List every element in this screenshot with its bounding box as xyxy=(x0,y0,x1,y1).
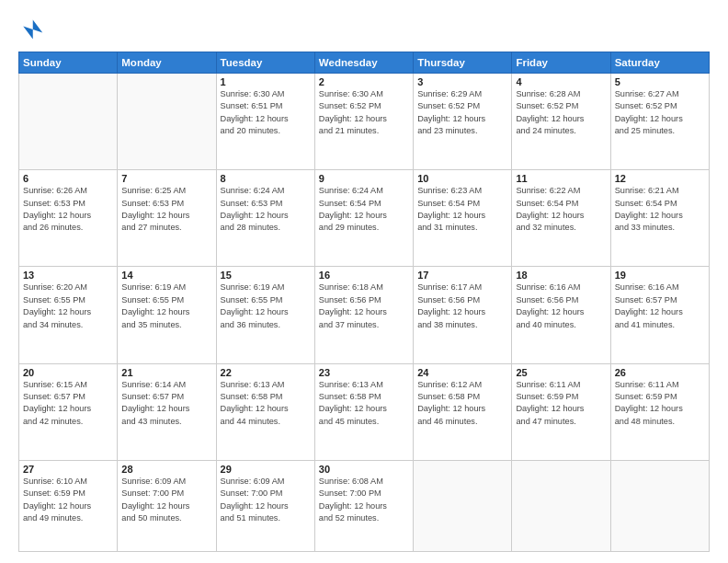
sun-info: Sunrise: 6:22 AMSunset: 6:54 PMDaylight:… xyxy=(516,185,606,234)
sun-info: Sunrise: 6:28 AMSunset: 6:52 PMDaylight:… xyxy=(516,88,606,137)
sun-info: Sunrise: 6:12 AMSunset: 6:58 PMDaylight:… xyxy=(417,379,507,428)
day-number: 10 xyxy=(417,173,507,184)
calendar-cell: 7Sunrise: 6:25 AMSunset: 6:53 PMDaylight… xyxy=(118,170,216,267)
calendar-cell: 21Sunrise: 6:14 AMSunset: 6:57 PMDayligh… xyxy=(118,363,216,460)
sun-info: Sunrise: 6:29 AMSunset: 6:52 PMDaylight:… xyxy=(417,88,507,137)
day-number: 16 xyxy=(319,270,409,281)
sun-info: Sunrise: 6:16 AMSunset: 6:57 PMDaylight:… xyxy=(615,282,705,330)
calendar-cell: 12Sunrise: 6:21 AMSunset: 6:54 PMDayligh… xyxy=(610,170,709,267)
day-number: 20 xyxy=(23,367,113,378)
calendar-cell: 23Sunrise: 6:13 AMSunset: 6:58 PMDayligh… xyxy=(314,363,413,460)
calendar-cell: 1Sunrise: 6:30 AMSunset: 6:51 PMDaylight… xyxy=(216,74,314,170)
calendar-cell xyxy=(414,460,512,551)
sun-info: Sunrise: 6:17 AMSunset: 6:56 PMDaylight:… xyxy=(417,282,507,330)
sun-info: Sunrise: 6:11 AMSunset: 6:59 PMDaylight:… xyxy=(516,379,606,428)
calendar-cell: 17Sunrise: 6:17 AMSunset: 6:56 PMDayligh… xyxy=(414,267,512,363)
sun-info: Sunrise: 6:08 AMSunset: 7:00 PMDaylight:… xyxy=(319,476,409,524)
calendar-cell: 2Sunrise: 6:30 AMSunset: 6:52 PMDaylight… xyxy=(314,74,413,170)
day-number: 22 xyxy=(221,367,311,378)
calendar-cell xyxy=(512,460,610,551)
day-number: 3 xyxy=(417,76,507,87)
calendar-week-row: 20Sunrise: 6:15 AMSunset: 6:57 PMDayligh… xyxy=(19,363,710,460)
sun-info: Sunrise: 6:15 AMSunset: 6:57 PMDaylight:… xyxy=(23,379,113,428)
day-number: 28 xyxy=(121,464,211,475)
calendar-cell: 29Sunrise: 6:09 AMSunset: 7:00 PMDayligh… xyxy=(216,460,314,551)
day-number: 17 xyxy=(417,270,507,281)
calendar-cell: 8Sunrise: 6:24 AMSunset: 6:53 PMDaylight… xyxy=(216,170,314,267)
day-number: 1 xyxy=(221,76,311,87)
calendar-header-saturday: Saturday xyxy=(610,52,709,74)
calendar-week-row: 27Sunrise: 6:10 AMSunset: 6:59 PMDayligh… xyxy=(19,460,710,551)
calendar-header-thursday: Thursday xyxy=(414,52,512,74)
day-number: 4 xyxy=(516,76,606,87)
calendar-cell: 5Sunrise: 6:27 AMSunset: 6:52 PMDaylight… xyxy=(610,74,709,170)
day-number: 21 xyxy=(121,367,211,378)
sun-info: Sunrise: 6:30 AMSunset: 6:52 PMDaylight:… xyxy=(319,88,409,137)
day-number: 29 xyxy=(221,464,311,475)
calendar-week-row: 1Sunrise: 6:30 AMSunset: 6:51 PMDaylight… xyxy=(19,74,710,170)
sun-info: Sunrise: 6:13 AMSunset: 6:58 PMDaylight:… xyxy=(221,379,311,428)
day-number: 12 xyxy=(615,173,705,184)
day-number: 27 xyxy=(23,464,113,475)
calendar-cell: 9Sunrise: 6:24 AMSunset: 6:54 PMDaylight… xyxy=(314,170,413,267)
day-number: 6 xyxy=(23,173,113,184)
sun-info: Sunrise: 6:25 AMSunset: 6:53 PMDaylight:… xyxy=(121,185,211,234)
day-number: 13 xyxy=(23,270,113,281)
day-number: 11 xyxy=(516,173,606,184)
sun-info: Sunrise: 6:10 AMSunset: 6:59 PMDaylight:… xyxy=(23,476,113,524)
calendar-header-sunday: Sunday xyxy=(19,52,118,74)
calendar-cell: 19Sunrise: 6:16 AMSunset: 6:57 PMDayligh… xyxy=(610,267,709,363)
day-number: 19 xyxy=(615,270,705,281)
calendar-cell: 18Sunrise: 6:16 AMSunset: 6:56 PMDayligh… xyxy=(512,267,610,363)
sun-info: Sunrise: 6:26 AMSunset: 6:53 PMDaylight:… xyxy=(23,185,113,234)
day-number: 24 xyxy=(417,367,507,378)
sun-info: Sunrise: 6:13 AMSunset: 6:58 PMDaylight:… xyxy=(319,379,409,428)
sun-info: Sunrise: 6:19 AMSunset: 6:55 PMDaylight:… xyxy=(121,282,211,330)
calendar-cell: 4Sunrise: 6:28 AMSunset: 6:52 PMDaylight… xyxy=(512,74,610,170)
logo-icon xyxy=(18,17,44,42)
day-number: 23 xyxy=(319,367,409,378)
calendar-cell xyxy=(118,74,216,170)
sun-info: Sunrise: 6:21 AMSunset: 6:54 PMDaylight:… xyxy=(615,185,705,234)
calendar-cell: 13Sunrise: 6:20 AMSunset: 6:55 PMDayligh… xyxy=(19,267,118,363)
day-number: 15 xyxy=(221,270,311,281)
sun-info: Sunrise: 6:09 AMSunset: 7:00 PMDaylight:… xyxy=(121,476,211,524)
calendar-cell: 11Sunrise: 6:22 AMSunset: 6:54 PMDayligh… xyxy=(512,170,610,267)
calendar-cell xyxy=(610,460,709,551)
day-number: 2 xyxy=(319,76,409,87)
calendar-cell xyxy=(19,74,118,170)
sun-info: Sunrise: 6:24 AMSunset: 6:54 PMDaylight:… xyxy=(319,185,409,234)
day-number: 9 xyxy=(319,173,409,184)
calendar-header-wednesday: Wednesday xyxy=(314,52,413,74)
day-number: 25 xyxy=(516,367,606,378)
calendar-week-row: 13Sunrise: 6:20 AMSunset: 6:55 PMDayligh… xyxy=(19,267,710,363)
day-number: 8 xyxy=(221,173,311,184)
calendar-cell: 20Sunrise: 6:15 AMSunset: 6:57 PMDayligh… xyxy=(19,363,118,460)
calendar-week-row: 6Sunrise: 6:26 AMSunset: 6:53 PMDaylight… xyxy=(19,170,710,267)
sun-info: Sunrise: 6:14 AMSunset: 6:57 PMDaylight:… xyxy=(121,379,211,428)
calendar-header-friday: Friday xyxy=(512,52,610,74)
sun-info: Sunrise: 6:23 AMSunset: 6:54 PMDaylight:… xyxy=(417,185,507,234)
sun-info: Sunrise: 6:19 AMSunset: 6:55 PMDaylight:… xyxy=(221,282,311,330)
calendar-cell: 15Sunrise: 6:19 AMSunset: 6:55 PMDayligh… xyxy=(216,267,314,363)
header xyxy=(18,17,710,42)
calendar-cell: 27Sunrise: 6:10 AMSunset: 6:59 PMDayligh… xyxy=(19,460,118,551)
calendar-header-monday: Monday xyxy=(118,52,216,74)
day-number: 7 xyxy=(121,173,211,184)
sun-info: Sunrise: 6:24 AMSunset: 6:53 PMDaylight:… xyxy=(221,185,311,234)
day-number: 18 xyxy=(516,270,606,281)
calendar-cell: 28Sunrise: 6:09 AMSunset: 7:00 PMDayligh… xyxy=(118,460,216,551)
calendar-table: SundayMondayTuesdayWednesdayThursdayFrid… xyxy=(18,52,710,552)
sun-info: Sunrise: 6:16 AMSunset: 6:56 PMDaylight:… xyxy=(516,282,606,330)
calendar-cell: 30Sunrise: 6:08 AMSunset: 7:00 PMDayligh… xyxy=(314,460,413,551)
sun-info: Sunrise: 6:30 AMSunset: 6:51 PMDaylight:… xyxy=(221,88,311,137)
calendar-cell: 6Sunrise: 6:26 AMSunset: 6:53 PMDaylight… xyxy=(19,170,118,267)
day-number: 5 xyxy=(615,76,705,87)
day-number: 26 xyxy=(615,367,705,378)
day-number: 30 xyxy=(319,464,409,475)
calendar-cell: 3Sunrise: 6:29 AMSunset: 6:52 PMDaylight… xyxy=(414,74,512,170)
svg-marker-1 xyxy=(23,20,42,40)
calendar-cell: 10Sunrise: 6:23 AMSunset: 6:54 PMDayligh… xyxy=(414,170,512,267)
calendar-cell: 14Sunrise: 6:19 AMSunset: 6:55 PMDayligh… xyxy=(118,267,216,363)
sun-info: Sunrise: 6:09 AMSunset: 7:00 PMDaylight:… xyxy=(221,476,311,524)
